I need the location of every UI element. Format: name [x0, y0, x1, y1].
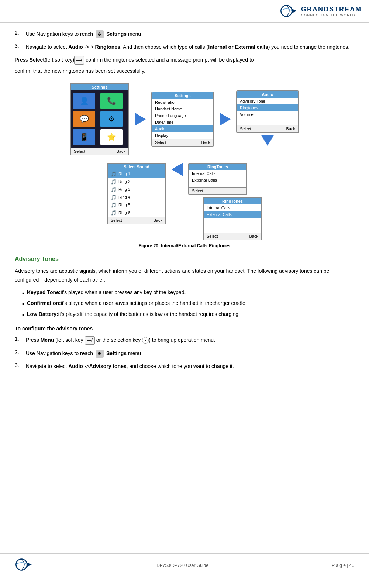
screen-ringtones-1: RingTones Internal Calls External Calls … [188, 163, 247, 195]
screen2-item-4: Audio [152, 125, 213, 132]
screen3-select: Select [240, 127, 251, 131]
config-step-2: 2. Use Navigation keys to reach ⚙ Settin… [15, 349, 354, 358]
footer-logo-area [15, 557, 33, 573]
screen5-item-1: External Calls [189, 177, 246, 183]
config-step-2-number: 2. [15, 349, 26, 355]
step-3-text: Navigate to select Audio -> > Ringtones.… [26, 43, 349, 51]
step-2: 2. Use Navigation keys to reach ⚙ Settin… [15, 30, 354, 38]
screen6-item-0: Internal Calls [204, 204, 261, 211]
svg-marker-1 [292, 9, 297, 13]
screen3-item-2: Volume [237, 111, 298, 118]
ringtones-right-group: RingTones Internal Calls External Calls … [188, 163, 262, 240]
screens-row-2: Select Sound 🎵Ring 1 🎵Ring 2 🎵Ring 3 🎵Ri… [15, 163, 354, 240]
settings-icon-message: 💬 [73, 111, 95, 127]
confirm-text: confirm that the new ringtones has been … [15, 67, 354, 76]
screen5-title: RingTones [189, 164, 246, 170]
bullet-confirmation: Confirmation:it's played when a user sav… [22, 299, 354, 309]
logo-area: GRANDSTREAM CONNECTING THE WORLD [280, 4, 362, 18]
screen2-back: Back [201, 140, 210, 145]
step-3: 3. Navigate to select Audio -> > Rington… [15, 43, 354, 51]
screen3-footer: Select Back [237, 125, 298, 132]
screen6-footer: Select Back [204, 233, 261, 240]
svg-point-0 [281, 6, 292, 17]
screen4-back: Back [154, 218, 162, 223]
screen-settings-menu: Settings Registration Handset Name Phone… [151, 92, 214, 147]
footer-page-number: P a g e | 40 [332, 563, 354, 568]
config-step-3: 3. Navigate to select Audio ->Advisory t… [15, 362, 354, 370]
step-2-text: Use Navigation keys to reach ⚙ Settings … [26, 30, 141, 38]
select-key-icon: —/ [74, 56, 84, 65]
screen4-item-5: 🎵Ring 6 [108, 209, 165, 217]
arrow-right-1 [135, 113, 146, 126]
screen5-footer: Select [189, 187, 246, 194]
page-footer: DP750/DP720 User Guide P a g e | 40 [0, 553, 369, 577]
svg-point-2 [16, 559, 27, 570]
screen1-back: Back [117, 149, 125, 154]
config-title: To configure the advisory tones [15, 326, 354, 331]
screen6-select: Select [207, 234, 218, 238]
arrow-left-1 [172, 163, 183, 176]
screen2-item-2: Phone Language [152, 112, 213, 119]
page-header: GRANDSTREAM CONNECTING THE WORLD [0, 0, 369, 23]
screens-row-1: Settings 👤 📞 💬 ⚙ 📱 ⭐ Select Back Setting… [15, 83, 354, 155]
config-step-1-number: 1. [15, 336, 26, 342]
settings-icon-call2: 📱 [73, 129, 95, 145]
screen1-select: Select [74, 149, 85, 154]
footer-logo-icon [15, 557, 33, 572]
grandstream-logo-icon [280, 4, 298, 18]
bullet-battery: Low Battery:it's playedif the capacity o… [22, 310, 354, 320]
advisory-bullets: Keypad Tone:it's played when a user pres… [22, 288, 354, 320]
screen-settings-icons: Settings 👤 📞 💬 ⚙ 📱 ⭐ Select Back [70, 83, 129, 155]
screen4-select: Select [111, 218, 122, 223]
screen1-footer: Select Back [71, 148, 128, 155]
screen6-back: Back [249, 234, 258, 238]
arrow-right-2 [220, 113, 231, 126]
svg-marker-3 [27, 563, 32, 567]
screen1-title: Settings [71, 84, 128, 90]
main-content: 2. Use Navigation keys to reach ⚙ Settin… [0, 23, 369, 382]
menu-key-icon: —/ [85, 336, 95, 345]
screen2-item-3: Date/Time [152, 119, 213, 125]
screen4-item-0: 🎵Ring 1 [108, 170, 165, 178]
config-step-3-number: 3. [15, 362, 26, 368]
settings-icon-phone: 📞 [100, 93, 123, 109]
bullet-battery-text: Low Battery:it's playedif the capacity o… [27, 310, 240, 319]
screen5-select: Select [192, 189, 203, 193]
screen4-item-2: 🎵Ring 3 [108, 186, 165, 193]
config-step-1: 1. Press Menu (left soft key —/ or the s… [15, 336, 354, 345]
screen-ringtones-2: RingTones Internal Calls External Calls … [203, 197, 262, 240]
advisory-intro: Advisory tones are acoustic signals, whi… [15, 267, 354, 285]
selection-key-circle: • [142, 337, 149, 344]
figure-caption: Figure 20: Internal/External Calls Ringt… [15, 243, 354, 248]
screen3-group: Audio Advisory Tone Ringtones Volume Sel… [236, 90, 299, 148]
step-3-number: 3. [15, 43, 26, 49]
bullet-keypad: Keypad Tone:it's played when a user pres… [22, 288, 354, 298]
settings-icon-gear: ⚙ [100, 111, 123, 127]
screen3-title: Audio [237, 91, 298, 98]
screen-audio-menu: Audio Advisory Tone Ringtones Volume Sel… [236, 90, 299, 133]
screen4-title: Select Sound [108, 164, 165, 170]
step-2-number: 2. [15, 30, 26, 36]
screen2-item-0: Registration [152, 99, 213, 106]
bullet-confirmation-text: Confirmation:it's played when a user sav… [27, 299, 247, 308]
config-step-1-text: Press Menu (left soft key —/ or the sele… [26, 336, 215, 345]
bullet-keypad-text: Keypad Tone:it's played when a user pres… [27, 288, 186, 297]
screen2-item-1: Handset Name [152, 106, 213, 112]
settings-icon-person: 👤 [73, 93, 95, 109]
config-step-3-text: Navigate to select Audio ->Advisory tone… [26, 362, 234, 370]
footer-center-text: DP750/DP720 User Guide [156, 563, 208, 568]
screen-select-sound: Select Sound 🎵Ring 1 🎵Ring 2 🎵Ring 3 🎵Ri… [107, 163, 166, 224]
screen3-back: Back [286, 127, 295, 131]
config-settings-gear-icon: ⚙ [96, 350, 104, 358]
screen4-item-1: 🎵Ring 2 [108, 178, 165, 186]
screen4-footer: Select Back [108, 217, 165, 224]
screen6-title: RingTones [204, 198, 261, 204]
arrow-down-1 [261, 135, 274, 146]
screen2-select: Select [155, 140, 166, 145]
config-step-2-text: Use Navigation keys to reach ⚙ Settings … [26, 349, 141, 358]
settings-icon-grid: 👤 📞 💬 ⚙ 📱 ⭐ [71, 90, 128, 148]
screen2-item-5: Display [152, 132, 213, 139]
screen5-item-0: Internal Calls [189, 170, 246, 177]
press-select-text: Press Select(left soft key)—/ confirm th… [15, 56, 354, 65]
settings-icon-star: ⭐ [100, 129, 123, 145]
